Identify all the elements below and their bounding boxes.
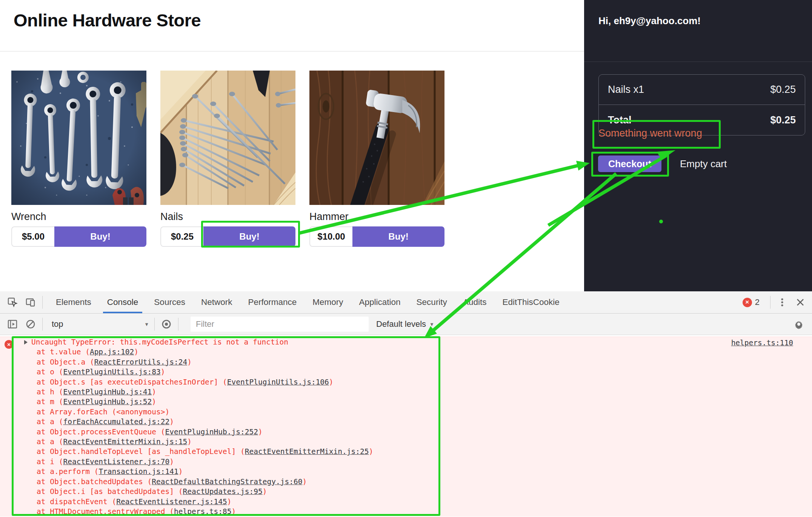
buy-button-nails[interactable]: Buy! xyxy=(203,226,295,247)
buy-button-wrench[interactable]: Buy! xyxy=(54,226,146,247)
stack-frame: at a (ReactEventEmitterMixin.js:15) xyxy=(37,437,373,447)
divider xyxy=(42,296,43,309)
stack-frame-close: ) xyxy=(152,388,156,396)
stack-frame-text: at HTMLDocument.sentryWrapped ( xyxy=(37,507,174,516)
tab-performance[interactable]: Performance xyxy=(240,291,304,313)
chevron-down-icon: ▼ xyxy=(144,322,149,327)
divider xyxy=(42,318,43,331)
stack-frame-close: ) xyxy=(178,467,183,476)
tab-audits[interactable]: Audits xyxy=(455,291,495,313)
log-levels-value: Default levels xyxy=(376,319,426,329)
stack-frame-close: ) xyxy=(161,368,165,376)
stack-frame: at h (EventPluginHub.js:41) xyxy=(37,387,373,397)
stack-frame-text: at h ( xyxy=(37,388,63,396)
stack-frame: at dispatchEvent (ReactEventListener.js:… xyxy=(37,497,373,507)
product-name: Hammer xyxy=(309,211,444,223)
source-link[interactable]: ReactEventListener.js:70 xyxy=(63,457,169,466)
buy-button-hammer[interactable]: Buy! xyxy=(352,226,444,247)
product-name: Wrench xyxy=(11,211,146,223)
settings-gear-icon[interactable] xyxy=(792,318,805,331)
stack-trace: at t.value (App.js:102) at Object.a (Rea… xyxy=(24,347,373,517)
product-price-row: $0.25 Buy! xyxy=(160,226,295,247)
console-sidebar-toggle-icon[interactable] xyxy=(6,318,19,331)
inspect-element-icon[interactable] xyxy=(6,296,19,309)
browser-page: Online Hardware Store xyxy=(0,0,812,517)
source-link[interactable]: App.js:102 xyxy=(90,348,134,356)
source-link[interactable]: helpers.ts:85 xyxy=(174,507,232,516)
source-link[interactable]: forEachAccumulated.js:22 xyxy=(63,417,169,426)
stack-frame-text: at Object.i [as batchedUpdates] ( xyxy=(37,487,183,496)
tab-console[interactable]: Console xyxy=(99,291,146,313)
source-link[interactable]: ReactEventEmitterMixin.js:15 xyxy=(63,437,187,446)
stack-frame-close: ) xyxy=(187,437,192,446)
stack-frame-close: ) xyxy=(152,397,156,406)
kebab-menu-icon[interactable] xyxy=(776,296,789,309)
empty-cart-link[interactable]: Empty cart xyxy=(680,155,727,172)
stack-frame-close: ) xyxy=(302,477,307,486)
stack-frame: at Object.batchedUpdates (ReactDefaultBa… xyxy=(37,477,373,487)
console-error-text: Uncaught TypeError: this.myCodeIsPerfect… xyxy=(24,337,373,517)
store-header: Online Hardware Store xyxy=(0,0,584,52)
devtools-tab-bar: Elements Console Sources Network Perform… xyxy=(0,291,812,314)
stack-frame-close: ) xyxy=(187,358,192,366)
source-link[interactable]: ReactUpdates.js:95 xyxy=(183,487,262,496)
source-link[interactable]: EventPluginHub.js:52 xyxy=(63,397,152,406)
cart-panel: Hi, eh9y@yahoo.com! Nails x1 $0.25 Total… xyxy=(584,0,812,291)
chevron-down-icon: ▼ xyxy=(429,322,434,327)
source-link[interactable]: ReactErrorUtils.js:24 xyxy=(94,358,188,366)
page-title: Online Hardware Store xyxy=(14,10,201,31)
tab-sources[interactable]: Sources xyxy=(146,291,193,313)
filter-input[interactable] xyxy=(191,317,369,332)
tab-network[interactable]: Network xyxy=(193,291,240,313)
source-link[interactable]: EventPluginUtils.js:106 xyxy=(227,378,329,386)
error-message-line[interactable]: Uncaught TypeError: this.myCodeIsPerfect… xyxy=(24,337,373,347)
error-count: 2 xyxy=(755,297,760,307)
source-link[interactable]: EventPluginUtils.js:83 xyxy=(63,368,160,376)
stack-frame-text: at a.perform ( xyxy=(37,467,98,476)
source-link[interactable]: ReactEventEmitterMixin.js:25 xyxy=(245,447,369,456)
product-price: $10.00 xyxy=(309,226,352,247)
cart-item-label: Nails x1 xyxy=(608,84,644,95)
clear-console-icon[interactable] xyxy=(24,318,37,331)
log-levels-dropdown[interactable]: Default levels ▼ xyxy=(376,319,434,329)
context-selector-value: top xyxy=(52,319,63,329)
stack-frame-close: ) xyxy=(227,497,232,506)
stack-frame: at Array.forEach (<anonymous>) xyxy=(37,407,373,417)
tab-security[interactable]: Security xyxy=(409,291,455,313)
source-link[interactable]: ReactEventListener.js:145 xyxy=(116,497,227,506)
stack-frame-close: ) xyxy=(369,447,374,456)
cart-table: Nails x1 $0.25 Total $0.25 xyxy=(598,74,805,135)
device-toolbar-icon[interactable] xyxy=(24,296,37,309)
close-icon[interactable] xyxy=(794,296,807,309)
stack-frame-text: at Object.s [as executeDispatchesInOrder… xyxy=(37,378,227,386)
stack-frame: at Object.handleTopLevel [as _handleTopL… xyxy=(37,447,373,457)
live-expression-eye-icon[interactable] xyxy=(160,318,173,331)
tab-editthiscookie[interactable]: EditThisCookie xyxy=(494,291,567,313)
source-link[interactable]: Transaction.js:141 xyxy=(98,467,178,476)
cart-total-label: Total xyxy=(608,114,632,126)
product-price-row: $10.00 Buy! xyxy=(309,226,444,247)
checkout-button[interactable]: Checkout xyxy=(598,155,661,172)
panel-divider xyxy=(584,62,812,62)
devtools-panel: Elements Console Sources Network Perform… xyxy=(0,291,812,517)
source-link[interactable]: EventPluginHub.js:41 xyxy=(63,388,152,396)
source-link[interactable]: ReactDefaultBatchingStrategy.js:60 xyxy=(152,477,302,486)
error-badge-icon[interactable]: × xyxy=(743,298,752,307)
context-selector[interactable]: top ▼ xyxy=(48,319,149,329)
source-link[interactable]: helpers.ts:110 xyxy=(731,339,793,347)
stack-frame-text: at Object.a ( xyxy=(37,358,94,366)
tab-memory[interactable]: Memory xyxy=(304,291,351,313)
disclosure-triangle-icon[interactable] xyxy=(24,340,28,345)
product-list: Wrench $5.00 Buy! xyxy=(11,71,444,247)
divider xyxy=(154,318,155,331)
console-output: × helpers.ts:110 Uncaught TypeError: thi… xyxy=(0,335,812,517)
stack-frame: at Object.i [as batchedUpdates] (ReactUp… xyxy=(37,487,373,497)
tab-elements[interactable]: Elements xyxy=(48,291,99,313)
stack-frame-text: at Array.forEach (<anonymous>) xyxy=(37,408,169,416)
cart-total-value: $0.25 xyxy=(770,114,796,126)
stack-frame: at t.value (App.js:102) xyxy=(37,347,373,357)
stack-frame-text: at Object.processEventQueue ( xyxy=(37,428,165,436)
product-card-wrench: Wrench $5.00 Buy! xyxy=(11,71,146,247)
tab-application[interactable]: Application xyxy=(351,291,409,313)
source-link[interactable]: EventPluginHub.js:252 xyxy=(165,428,258,436)
